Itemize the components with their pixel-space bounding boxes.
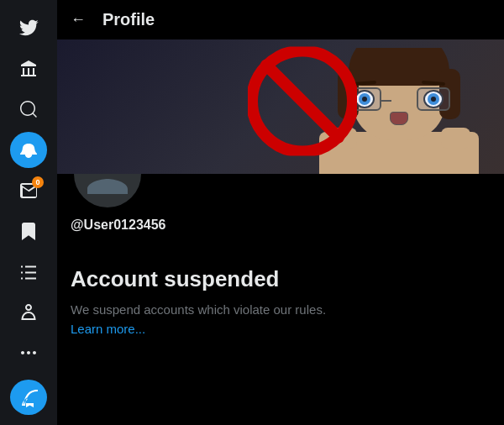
hat-icon [18,59,39,79]
suspended-title: Account suspended [71,266,491,292]
sidebar-item-profile[interactable] [10,295,47,330]
search-icon [18,99,39,119]
sidebar-item-messages[interactable]: 0 [10,173,47,208]
more-icon [18,343,39,363]
username: @User0123456 [71,218,491,233]
no-symbol [248,47,357,156]
sidebar-item-explore[interactable] [10,50,47,86]
messages-badge: 0 [32,176,44,188]
person-icon [18,302,39,323]
svg-line-1 [266,66,339,138]
profile-banner [57,39,504,174]
compose-icon [18,387,39,407]
sidebar-item-more[interactable] [10,335,47,370]
suspended-box: Account suspended We suspend accounts wh… [71,253,491,350]
learn-more-link[interactable]: Learn more... [71,322,145,336]
sidebar-item-notifications[interactable] [10,132,47,167]
sidebar-item-lists[interactable] [10,254,47,289]
duck-icon [18,18,39,38]
bell-icon [18,139,39,160]
sidebar: 0 [0,0,57,425]
profile-section: @User0123456 Account suspended We suspen… [57,174,504,425]
sidebar-item-search[interactable] [10,92,47,127]
sidebar-item-home[interactable] [10,10,47,45]
compose-button[interactable] [10,380,47,415]
main-content: ← Profile [57,0,504,425]
suspended-desc: We suspend accounts which violate our ru… [71,301,491,318]
sidebar-item-bookmarks[interactable] [10,213,47,249]
profile-header: ← Profile [57,0,504,39]
list-icon [18,262,39,282]
page-title: Profile [102,10,155,29]
bookmark-icon [18,221,39,241]
back-button[interactable]: ← [71,11,86,29]
